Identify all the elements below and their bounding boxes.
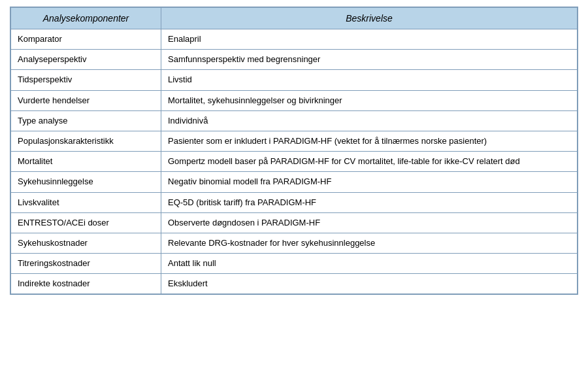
table-row: Type analyseIndividnivå [11,110,578,131]
description-cell: EQ-5D (britisk tariff) fra PARADIGM-HF [161,192,578,212]
table-row: MortalitetGompertz modell baser på PARAD… [11,152,578,172]
table-row: Vurderte hendelserMortalitet, sykehusinn… [11,90,578,110]
description-cell: Negativ binomial modell fra PARADIGM-HF [161,172,578,192]
table-row: SykehuskostnaderRelevante DRG-kostnader … [11,233,578,253]
table-row: PopulasjonskarakteristikkPasienter som e… [11,131,578,151]
description-cell: Mortalitet, sykehusinnleggelser og bivir… [161,90,578,110]
description-cell: Individnivå [161,110,578,131]
description-cell: Relevante DRG-kostnader for hver sykehus… [161,233,578,253]
description-cell: Antatt lik null [161,254,578,274]
description-cell: Ekskludert [161,274,578,294]
component-cell: Titreringskostnader [11,254,161,274]
component-cell: Analyseperspektiv [11,50,161,70]
table-row: Indirekte kostnaderEkskludert [11,274,578,294]
component-cell: Populasjonskarakteristikk [11,131,161,151]
table-row: SykehusinnleggelseNegativ binomial model… [11,172,578,192]
header-description: Beskrivelse [161,8,578,29]
table-row: ENTRESTO/ACEi doserObserverte døgndosen … [11,212,578,233]
table-row: LivskvalitetEQ-5D (britisk tariff) fra P… [11,192,578,212]
table-row: AnalyseperspektivSamfunnsperspektiv med … [11,50,578,70]
table-row: TitreringskostnaderAntatt lik null [11,254,578,274]
description-cell: Samfunnsperspektiv med begrensninger [161,50,578,70]
description-cell: Livstid [161,70,578,90]
component-cell: Mortalitet [11,152,161,172]
header-component: Analysekomponenter [11,8,161,29]
component-cell: Indirekte kostnader [11,274,161,294]
description-cell: Pasienter som er inkludert i PARADIGM-HF… [161,131,578,151]
component-cell: Type analyse [11,110,161,131]
analysis-table: Analysekomponenter Beskrivelse Komparato… [10,7,578,295]
description-cell: Observerte døgndosen i PARADIGM-HF [161,212,578,233]
component-cell: Sykehusinnleggelse [11,172,161,192]
component-cell: ENTRESTO/ACEi doser [11,212,161,233]
description-cell: Gompertz modell baser på PARADIGM-HF for… [161,152,578,172]
component-cell: Komparator [11,29,161,50]
description-cell: Enalapril [161,29,578,50]
component-cell: Vurderte hendelser [11,90,161,110]
table-row: KomparatorEnalapril [11,29,578,50]
component-cell: Livskvalitet [11,192,161,212]
table-row: TidsperspektivLivstid [11,70,578,90]
component-cell: Tidsperspektiv [11,70,161,90]
component-cell: Sykehuskostnader [11,233,161,253]
